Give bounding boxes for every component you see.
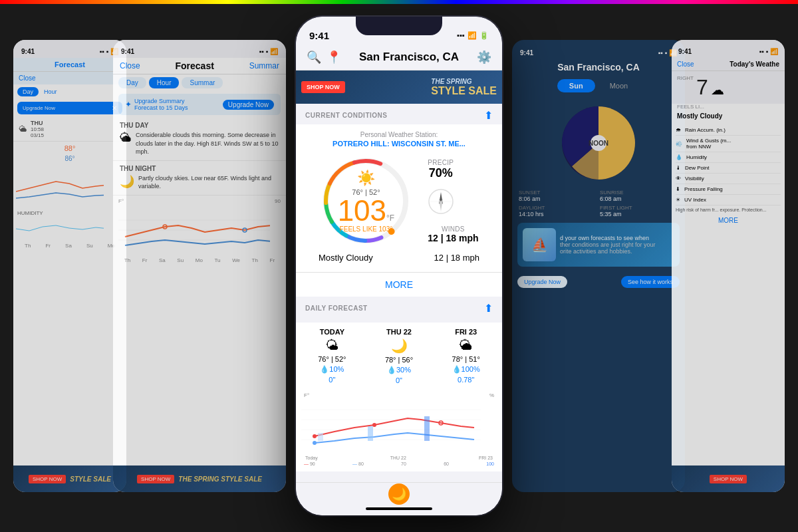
bg-day-labels-left2: ThFrSaSuMoTuWeThFr xyxy=(113,256,286,265)
bg-title-left1: Forecast xyxy=(13,58,126,72)
signal-icon: ▪▪▪ xyxy=(457,31,465,39)
daily-forecast-title: DAILY FORECAST xyxy=(305,305,368,312)
condition-text: Mostly Cloudy xyxy=(319,253,373,263)
bg-upgrade-now-right2[interactable]: Upgrade Now xyxy=(517,276,567,288)
search-icon[interactable]: 🔍 xyxy=(307,50,321,65)
bg-rain-icon: 🌧 xyxy=(676,127,681,133)
gauge-feels-like: FEELS LIKE 103° xyxy=(338,225,395,233)
phone-content[interactable]: SHOP NOW THE SPRING STYLE SALE CURRENT C… xyxy=(296,70,502,477)
ad-banner[interactable]: SHOP NOW THE SPRING STYLE SALE xyxy=(296,70,502,104)
bg-tab-summary-left2[interactable]: Summar xyxy=(182,77,223,88)
phone-screen: 9:41 ▪▪▪ 📶 🔋 🔍 📍 San Francisco, CA ⚙️ SH… xyxy=(296,17,502,515)
bg-uv-label-right1: UV Index xyxy=(684,197,706,203)
ad-shop-btn[interactable]: SHOP NOW xyxy=(301,81,345,93)
bg-title-left2: Forecast xyxy=(175,61,213,71)
bg-close-right1[interactable]: Close xyxy=(677,61,694,68)
bg-thu-label: THU xyxy=(31,120,44,126)
right-conditions: PRECIP 70% xyxy=(428,159,478,243)
share-icon[interactable]: ⬆ xyxy=(484,109,493,122)
bg-temp-high: 88° xyxy=(19,144,121,152)
bg-smart-text2: ther conditions are just right for your xyxy=(560,241,656,248)
bg-tab-day[interactable]: Day xyxy=(17,87,39,96)
gear-icon[interactable]: ⚙️ xyxy=(477,50,491,65)
day-name-thu: THU 22 xyxy=(386,328,412,336)
location-icon[interactable]: 📍 xyxy=(327,50,341,65)
bg-status-left2: 9:41 ▪▪ ▪ 📶 xyxy=(113,40,286,58)
nav-bar: 🔍 📍 San Francisco, CA ⚙️ xyxy=(296,46,502,70)
bg-thu-icon: 🌥 xyxy=(19,124,27,134)
more-button[interactable]: MORE xyxy=(296,272,502,297)
bg-smart-text1: d your own forecasts to see when xyxy=(560,235,656,241)
bg-phone-right2: 9:41 ▪▪ ▪ 📶 San Francisco, CA Sun Moon N… xyxy=(512,40,685,492)
bg-upgrade-btn-left2[interactable]: Upgrade Now xyxy=(223,100,274,110)
bg-temp-chart-left2 xyxy=(113,207,275,253)
day-precip-today: 💧10% xyxy=(320,365,344,374)
chart-legend-70: 70 xyxy=(401,462,406,466)
forecast-days-row: TODAY 🌤 76° | 52° 💧10% 0" THU 22 🌙 78° |… xyxy=(296,323,502,390)
current-conditions-body: Personal Weather Station: POTRERO HILL: … xyxy=(296,124,502,272)
bg-tab-hour[interactable]: Hour xyxy=(41,87,60,96)
bg-day-labels: ThFrSaSuMo xyxy=(13,241,126,250)
bg-wind-icon-right1: 💨 xyxy=(676,141,682,147)
bg-thu-day-text-left2: Considerable clouds this morning. Some d… xyxy=(136,131,279,156)
bg-ad-text-left2: THE SPRING STYLE SALE xyxy=(178,475,262,483)
bg-humidity-chart xyxy=(13,219,106,239)
precip-block: PRECIP 70% xyxy=(428,159,454,180)
day-precip-thu: 💧30% xyxy=(387,366,411,374)
gauge-sun-icon: ☀️ xyxy=(338,170,395,187)
bg-phone-right1: 9:41 ▪▪ ▪ 📶 Close Today's Weathe RIGHT 7… xyxy=(672,40,785,492)
chart-axis-thu: THU 22 xyxy=(390,456,406,460)
bg-ad-shop-left: SHOP NOW xyxy=(29,475,66,483)
chart-label-f: F° xyxy=(304,392,309,398)
bg-wind-label-right1: Wind & Gusts (m...from NNW xyxy=(686,138,731,150)
bg-more-right1[interactable]: MORE xyxy=(676,214,781,227)
bg-thu-night-icon-left2: 🌙 xyxy=(120,174,134,189)
chart-axis-today: Today xyxy=(305,456,318,460)
bg-sun-tab[interactable]: Sun xyxy=(557,79,595,92)
bg-thu-night-left2: THU NIGHT xyxy=(120,165,279,172)
bg-close-left2[interactable]: Close xyxy=(120,61,140,70)
bg-vis-icon-right1: 👁 xyxy=(676,176,681,182)
bg-see-how-btn[interactable]: See how it works xyxy=(621,276,680,288)
bg-dew-icon-right1: 🌡 xyxy=(676,165,681,171)
day-temps-today: 76° | 52° xyxy=(318,355,346,363)
bg-humidity-label: HUMIDITY xyxy=(13,207,126,219)
svg-rect-30 xyxy=(318,433,323,441)
chart-label-pct: % xyxy=(489,392,494,398)
bg-condition-right1: Mostly Cloudy xyxy=(672,112,785,125)
current-conditions-title: CURRENT CONDITIONS xyxy=(305,112,387,119)
bg-tab-hour-left2[interactable]: Hour xyxy=(149,77,180,88)
bg-phone-left1: 9:41 ▪▪ ▪ 📶 Forecast Close Day Hour Upgr… xyxy=(13,40,126,492)
bg-rain-label: Rain Accum. (in.) xyxy=(685,127,726,133)
rainbow-bar xyxy=(0,0,798,4)
day-precip-amt-thu: 0" xyxy=(396,376,402,384)
bg-upgrade-now-left[interactable]: Close xyxy=(19,74,36,82)
bg-thu-temp: 10:5803/15 xyxy=(31,126,44,138)
moon-icon: 🌙 xyxy=(392,487,406,501)
chart-axis-fri: FRI 23 xyxy=(479,456,493,460)
compass-svg xyxy=(428,188,454,215)
forecast-share-icon[interactable]: ⬆ xyxy=(484,302,493,315)
bg-right-label: RIGHT xyxy=(677,75,694,81)
bg-moon-tab[interactable]: Moon xyxy=(598,79,640,92)
moon-btn[interactable]: 🌙 xyxy=(388,483,410,505)
bg-pressure-icon-right1: ⬇ xyxy=(676,186,680,192)
temp-area: ☀️ 76° | 52° 103°F FEELS LIKE 103° xyxy=(305,154,493,247)
bg-title-right1: Today's Weathe xyxy=(730,61,779,68)
bg-title-right2: San Francisco, CA xyxy=(512,59,685,75)
chart-legend-60: 60 xyxy=(444,462,449,466)
day-name-fri: FRI 23 xyxy=(455,328,477,336)
bg-firstlight-info: FIRST LIGHT 5:35 am xyxy=(600,205,678,217)
bg-chart-label-f: F° xyxy=(118,198,124,204)
bg-uv-icon-right1: ☀ xyxy=(676,197,680,203)
condition-desc: Mostly Cloudy 12 | 18 mph xyxy=(305,247,493,265)
forecast-day-thu: THU 22 🌙 78° | 56° 💧30% 0" xyxy=(366,328,433,384)
chart-legend-low: 80 xyxy=(358,462,364,466)
bg-tab-day-left2[interactable]: Day xyxy=(118,77,146,88)
gauge-main-temp: 103°F xyxy=(338,196,395,225)
bg-smart-text3: orite activities and hobbies. xyxy=(560,248,656,255)
home-indicator xyxy=(366,507,432,510)
bg-ad-text-left: STYLE SALE xyxy=(70,475,111,483)
ad-sale-text: STYLE SALE xyxy=(431,85,497,97)
bg-right-cloud: ☁ xyxy=(711,82,724,97)
